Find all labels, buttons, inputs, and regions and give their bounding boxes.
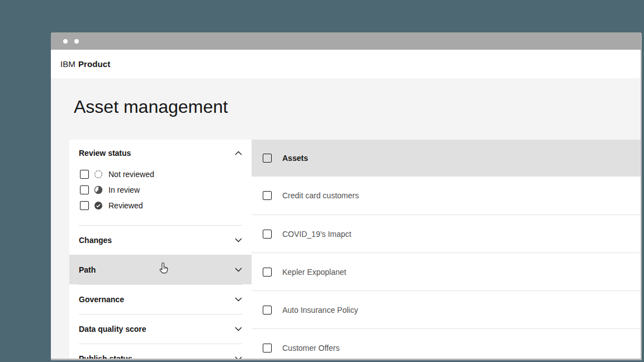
- app-header: IBM Product: [51, 50, 641, 78]
- row-checkbox[interactable]: [263, 191, 272, 200]
- filter-panel: Review status Not reviewed: [69, 140, 252, 360]
- page-content: Asset management Review status: [51, 78, 641, 360]
- row-checkbox[interactable]: [263, 268, 272, 277]
- filter-section-label: Changes: [79, 236, 112, 245]
- filter-option-label: Reviewed: [108, 201, 143, 210]
- chevron-down-icon: [235, 297, 242, 302]
- window-titlebar: [51, 32, 641, 50]
- window-control-dot[interactable]: [74, 39, 79, 44]
- asset-table-header-label: Assets: [282, 154, 308, 163]
- app-window: IBM Product Asset management Review stat…: [51, 32, 642, 360]
- table-row[interactable]: Kepler Expoplanet: [252, 253, 641, 290]
- row-checkbox[interactable]: [263, 306, 272, 315]
- filter-section-label: Publish status: [79, 354, 132, 361]
- asset-table-header: Assets: [252, 140, 641, 177]
- row-checkbox[interactable]: [263, 230, 272, 239]
- filter-option-label: In review: [108, 185, 140, 194]
- checkbox[interactable]: [80, 170, 89, 179]
- checkbox[interactable]: [80, 185, 89, 194]
- chevron-down-icon: [235, 356, 242, 361]
- select-all-checkbox[interactable]: [263, 154, 272, 163]
- filter-option-label: Not reviewed: [108, 170, 154, 179]
- page-title: Asset management: [51, 78, 641, 118]
- filter-section-label: Review status: [79, 149, 131, 158]
- filter-option-reviewed[interactable]: Reviewed: [69, 198, 252, 213]
- checkmark-filled-icon: [94, 201, 103, 210]
- asset-name: Customer Offers: [282, 344, 339, 353]
- brand-name: Product: [78, 59, 110, 69]
- main-layout: Review status Not reviewed: [69, 140, 641, 360]
- asset-name: Kepler Expoplanet: [282, 268, 346, 277]
- filter-section-label: Path: [79, 265, 96, 274]
- table-row[interactable]: Credit card customers: [252, 177, 641, 215]
- circle-dash-icon: [94, 170, 103, 179]
- review-status-options: Not reviewed In review: [69, 166, 252, 225]
- table-row[interactable]: Auto Insurance Policy: [252, 290, 641, 328]
- filter-section-label: Governance: [79, 295, 124, 304]
- chevron-up-icon: [235, 151, 242, 155]
- filter-section-changes[interactable]: Changes: [69, 225, 252, 255]
- filter-section-publish-status[interactable]: Publish status: [69, 344, 252, 360]
- chevron-down-icon: [235, 268, 242, 272]
- filter-option-in-review[interactable]: In review: [69, 182, 252, 198]
- incomplete-icon: [94, 185, 103, 194]
- filter-option-not-reviewed[interactable]: Not reviewed: [69, 166, 252, 182]
- filter-section-data-quality-score[interactable]: Data quality score: [69, 314, 252, 344]
- asset-name: Auto Insurance Policy: [282, 306, 358, 315]
- chevron-down-icon: [235, 327, 242, 331]
- filter-section-path[interactable]: Path: [69, 255, 252, 284]
- asset-table: Assets Credit card customers COVID_19’s …: [252, 140, 641, 360]
- table-row[interactable]: COVID_19’s Imapct: [252, 215, 641, 253]
- window-control-dot[interactable]: [63, 39, 68, 44]
- chevron-down-icon: [235, 238, 242, 242]
- asset-name: COVID_19’s Imapct: [282, 230, 351, 239]
- table-row[interactable]: Customer Offers: [252, 328, 641, 360]
- brand-prefix: IBM: [60, 59, 75, 69]
- row-checkbox[interactable]: [263, 344, 272, 353]
- asset-name: Credit card customers: [282, 191, 359, 200]
- filter-section-label: Data quality score: [79, 325, 146, 334]
- checkbox[interactable]: [80, 201, 89, 210]
- filter-section-governance[interactable]: Governance: [69, 284, 252, 314]
- filter-section-review-status[interactable]: Review status: [69, 140, 252, 166]
